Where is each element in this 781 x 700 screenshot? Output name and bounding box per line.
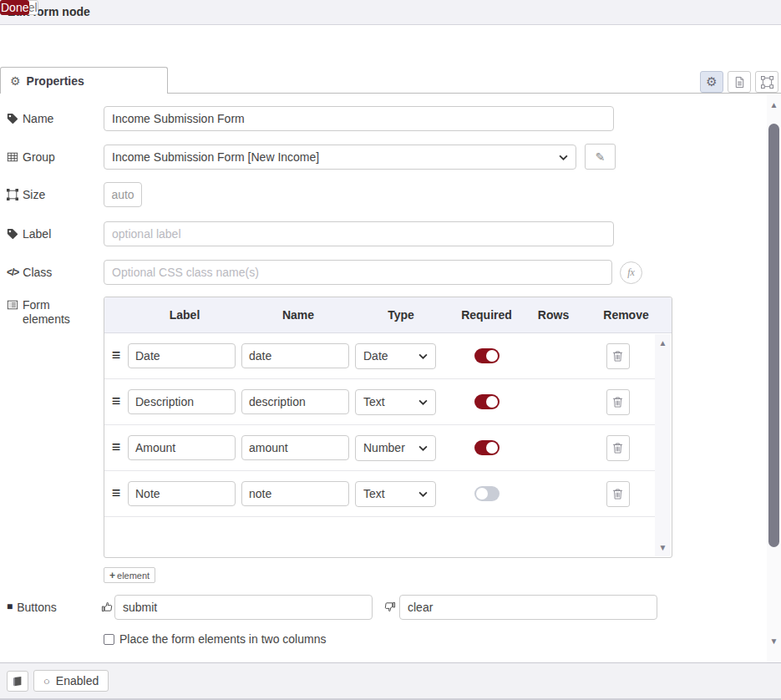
header-rows: Rows — [526, 308, 581, 322]
expression-button[interactable]: fx — [620, 261, 642, 284]
fx-icon: fx — [627, 266, 635, 279]
enabled-label: Enabled — [56, 674, 99, 687]
element-type-value: Number — [363, 441, 418, 454]
group-select-value: Income Submission Form [New Income] — [112, 150, 559, 164]
trash-icon — [612, 442, 623, 454]
drag-handle-icon[interactable]: ≡ — [112, 439, 121, 455]
status-circle-icon: ○ — [43, 676, 50, 687]
two-columns-checkbox[interactable] — [104, 634, 114, 645]
element-type-select[interactable]: Text — [355, 389, 436, 415]
chevron-down-icon — [418, 353, 428, 359]
header-name: Name — [241, 308, 355, 322]
required-toggle[interactable] — [474, 440, 500, 455]
element-type-value: Date — [363, 349, 418, 363]
size-button[interactable]: auto — [104, 182, 142, 207]
two-columns-label: Place the form elements in two columns — [119, 632, 326, 646]
element-label-input[interactable] — [128, 343, 236, 368]
element-type-select[interactable]: Date — [355, 343, 436, 369]
element-type-select[interactable]: Text — [355, 481, 436, 507]
drag-handle-icon[interactable]: ≡ — [112, 484, 121, 501]
required-toggle[interactable] — [474, 348, 500, 363]
label-field-label: Label — [7, 227, 100, 241]
appearance-section-button[interactable] — [755, 71, 778, 93]
tag-icon — [7, 228, 18, 240]
element-type-select[interactable]: Number — [355, 435, 436, 461]
form-elements-table: Label Name Type Required Rows Remove ≡ D… — [104, 297, 672, 558]
form-elements-label: Form elements — [7, 298, 100, 327]
table-row: ≡ Number — [104, 425, 655, 471]
element-name-input[interactable] — [241, 343, 349, 368]
required-toggle[interactable] — [474, 486, 500, 501]
pencil-icon: ✎ — [596, 150, 606, 164]
header-remove: Remove — [581, 308, 672, 322]
name-input[interactable] — [104, 106, 614, 131]
table-grid-icon — [7, 151, 18, 163]
enabled-toggle-button[interactable]: ○ Enabled — [33, 670, 109, 692]
tab-properties[interactable]: ⚙ Properties — [0, 67, 168, 94]
chevron-down-icon — [559, 155, 568, 160]
size-field-label: Size — [7, 188, 100, 202]
dialog-title: Edit form node — [0, 0, 781, 25]
frame-icon — [761, 76, 773, 89]
trash-icon — [612, 396, 623, 408]
table-row: ≡ Text — [104, 471, 655, 517]
element-name-input[interactable] — [241, 389, 349, 414]
class-input[interactable] — [104, 260, 612, 285]
class-field-label: </> Class — [7, 266, 100, 280]
table-header-row: Label Name Type Required Rows Remove — [104, 297, 672, 333]
tag-icon — [7, 113, 18, 124]
group-select[interactable]: Income Submission Form [New Income] — [104, 145, 576, 170]
scroll-down-icon[interactable]: ▼ — [767, 637, 781, 646]
cancel-button-input[interactable] — [399, 595, 657, 620]
table-row: ≡ Text — [104, 379, 655, 425]
add-element-button[interactable]: + element — [104, 567, 155, 583]
element-label-input[interactable] — [128, 435, 236, 460]
header-type: Type — [355, 308, 447, 322]
element-label-input[interactable] — [128, 389, 236, 414]
edit-form-node-dialog: Edit form node Delete Cancel Done ⚙ Prop… — [0, 0, 781, 700]
scroll-down-icon[interactable]: ▼ — [655, 543, 671, 552]
element-type-value: Text — [363, 395, 418, 408]
submit-button-input[interactable] — [114, 595, 373, 620]
list-icon — [7, 299, 18, 311]
element-label-input[interactable] — [128, 481, 236, 506]
chevron-down-icon — [418, 399, 428, 405]
scroll-up-icon[interactable]: ▲ — [655, 338, 671, 347]
required-toggle[interactable] — [474, 394, 500, 409]
footer-bar — [0, 662, 781, 700]
element-name-input[interactable] — [241, 435, 349, 460]
delete-element-button[interactable] — [606, 343, 630, 369]
plus-icon: + — [109, 570, 115, 581]
edit-group-button[interactable]: ✎ — [585, 144, 616, 170]
element-type-value: Text — [363, 487, 418, 500]
gear-icon: ⚙ — [10, 74, 21, 88]
drag-handle-icon[interactable]: ≡ — [112, 393, 121, 409]
delete-element-button[interactable] — [606, 481, 630, 507]
buttons-field-label: ■ Buttons — [7, 601, 100, 615]
table-scrollbar[interactable]: ▲ ▼ — [655, 334, 671, 556]
size-frame-icon — [7, 189, 18, 200]
book-icon — [12, 676, 23, 687]
gear-icon: ⚙ — [706, 74, 717, 89]
trash-icon — [612, 488, 623, 500]
description-section-button[interactable] — [728, 71, 751, 93]
done-button[interactable]: Done — [0, 0, 29, 15]
dialog-scrollbar[interactable]: ▲ ▼ — [767, 94, 781, 662]
node-help-button[interactable] — [7, 671, 28, 692]
properties-section-button[interactable]: ⚙ — [700, 71, 723, 93]
table-row: ≡ Date — [104, 333, 655, 379]
delete-element-button[interactable] — [606, 435, 630, 461]
scrollbar-thumb[interactable] — [768, 124, 779, 547]
scroll-up-icon[interactable]: ▲ — [767, 100, 781, 109]
header-label: Label — [128, 308, 241, 322]
name-field-label: Name — [7, 112, 100, 126]
tab-properties-label: Properties — [27, 74, 84, 88]
element-name-input[interactable] — [241, 481, 349, 506]
thumbs-up-icon — [101, 601, 114, 613]
chevron-down-icon — [418, 445, 428, 451]
chevron-down-icon — [418, 491, 428, 497]
label-input[interactable] — [104, 221, 614, 246]
delete-element-button[interactable] — [606, 389, 630, 415]
header-required: Required — [447, 308, 526, 322]
drag-handle-icon[interactable]: ≡ — [112, 347, 121, 363]
